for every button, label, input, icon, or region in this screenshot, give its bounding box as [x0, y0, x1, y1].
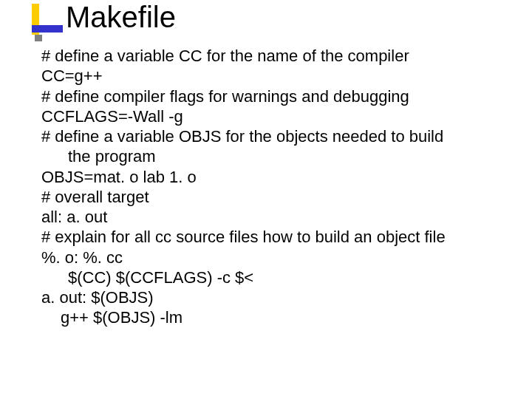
title-bullet-decor — [32, 4, 63, 35]
code-line-continuation: the program — [41, 146, 499, 166]
slide: Makefile # define a variable CC for the … — [0, 0, 532, 399]
code-line: CCFLAGS=-Wall -g — [41, 106, 499, 126]
code-line-indented: g++ $(OBJS) -lm — [41, 307, 499, 327]
slide-title: Makefile — [66, 1, 176, 34]
code-line: # explain for all cc source files how to… — [41, 227, 499, 247]
code-line: OBJS=mat. o lab 1. o — [41, 167, 499, 187]
code-line: %. o: %. cc — [41, 248, 499, 267]
code-line: # overall target — [41, 187, 499, 207]
code-line: # define a variable OBJS for the objects… — [41, 126, 499, 146]
code-line: all: a. out — [41, 207, 499, 227]
code-line: CC=g++ — [41, 66, 499, 86]
code-line-indented: $(CC) $(CCFLAGS) -c $< — [41, 267, 499, 287]
code-line: a. out: $(OBJS) — [41, 287, 499, 307]
code-line: # define a variable CC for the name of t… — [41, 46, 499, 66]
code-line: # define compiler flags for warnings and… — [41, 86, 499, 106]
slide-body: # define a variable CC for the name of t… — [41, 46, 499, 328]
